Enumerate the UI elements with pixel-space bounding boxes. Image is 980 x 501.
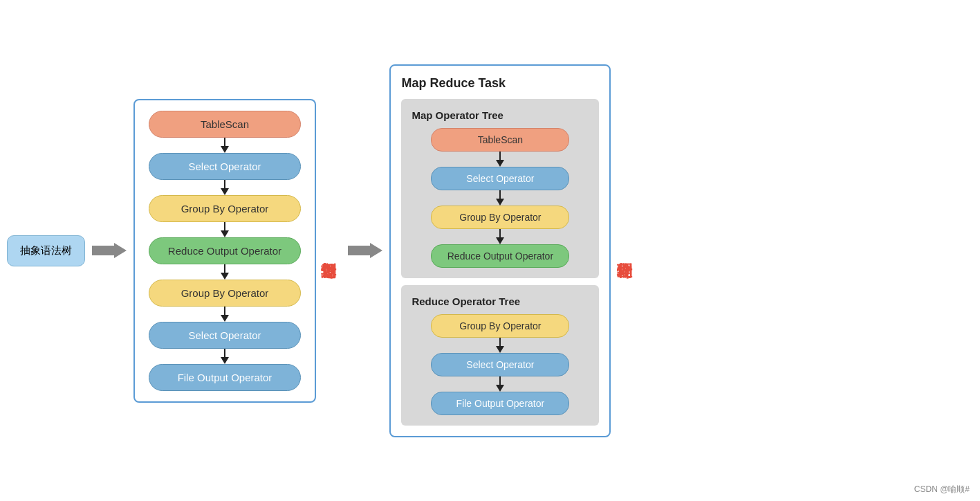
lp-arrow-5: [218, 349, 232, 364]
main-container: 抽象语法树 TableScan Select Operator: [0, 0, 980, 501]
svg-marker-12: [221, 357, 229, 364]
mt-reduce-output: Reduce Output Operator: [431, 244, 569, 268]
mt-groupby: Group By Operator: [431, 206, 569, 229]
svg-marker-17: [496, 199, 504, 206]
mt-arrow-0: [493, 152, 507, 167]
map-reduce-title: Map Reduce Task: [401, 76, 599, 91]
svg-marker-23: [496, 385, 504, 392]
rt-groupby: Group By Operator: [431, 314, 569, 338]
svg-marker-10: [221, 315, 229, 322]
lp-arrow-0: [218, 138, 232, 153]
lp-reduce-output: Reduce Output Operator: [149, 237, 301, 264]
map-tree-title: Map Operator Tree: [412, 109, 503, 121]
map-reduce-outer: Map Reduce Task Map Operator Tree TableS…: [389, 64, 611, 437]
lp-arrow-1: [218, 180, 232, 195]
svg-marker-21: [496, 346, 504, 353]
csdn-label: CSDN @喻顺#: [914, 484, 970, 495]
ast-label: 抽象语法树: [20, 244, 72, 256]
rt-select: Select Operator: [431, 353, 569, 376]
lp-groupby1: Group By Operator: [149, 195, 301, 222]
mt-arrow-1: [493, 190, 507, 206]
reduce-tree-title: Reduce Operator Tree: [412, 295, 520, 307]
svg-marker-4: [221, 188, 229, 195]
lp-arrow-2: [218, 222, 232, 237]
svg-marker-8: [221, 273, 229, 280]
lp-groupby2: Group By Operator: [149, 280, 301, 307]
rt-arrow-1: [493, 376, 507, 392]
mt-select: Select Operator: [431, 167, 569, 190]
svg-marker-15: [496, 160, 504, 167]
rt-arrow-0: [493, 338, 507, 353]
lp-tablescan: TableScan: [149, 111, 301, 138]
logical-plan-box: TableScan Select Operator Group By Opera…: [133, 99, 316, 403]
lp-select2: Select Operator: [149, 322, 301, 349]
lp-arrow-4: [218, 307, 232, 322]
svg-marker-13: [348, 243, 382, 258]
rt-file-output: File Output Operator: [431, 392, 569, 415]
lp-select1: Select Operator: [149, 153, 301, 180]
lp-arrow-3: [218, 264, 232, 280]
svg-marker-19: [496, 237, 504, 244]
svg-marker-2: [221, 146, 229, 153]
arrow-1: [92, 240, 127, 261]
reduce-operator-tree: Reduce Operator Tree Group By Operator S…: [401, 285, 599, 426]
mt-arrow-2: [493, 229, 507, 244]
arrow-2: [348, 240, 382, 261]
mt-tablescan: TableScan: [431, 128, 569, 152]
svg-marker-0: [92, 243, 127, 258]
map-operator-tree: Map Operator Tree TableScan Select Opera…: [401, 99, 599, 278]
ast-box: 抽象语法树: [7, 235, 85, 266]
svg-marker-6: [221, 230, 229, 237]
lp-file-output: File Output Operator: [149, 364, 301, 391]
